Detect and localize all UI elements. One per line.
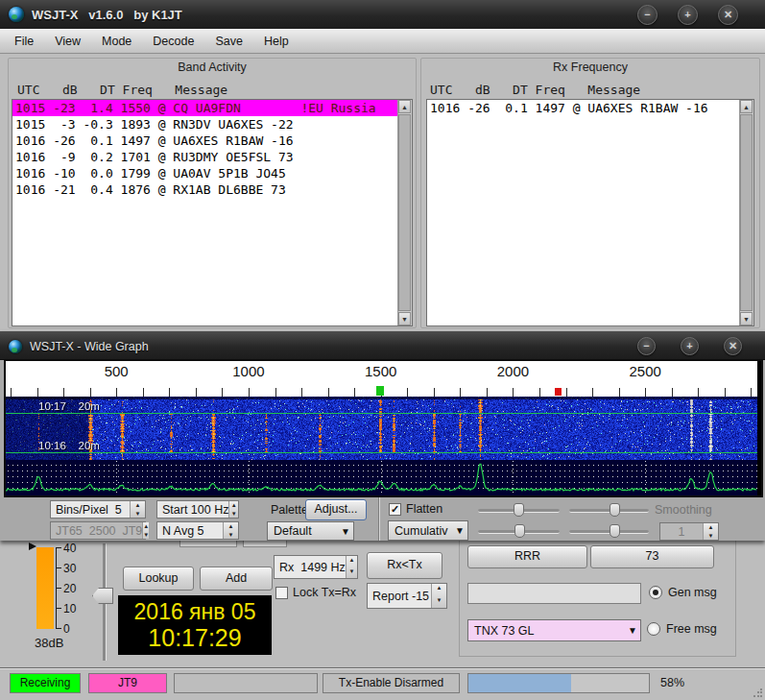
meter-value-label: 38dB [35,636,63,650]
scroll-down-icon[interactable]: ▼ [740,312,753,326]
radio-icon[interactable] [647,622,660,636]
spinner-arrows-icon[interactable]: ▲▼ [223,522,238,539]
brightness-slider[interactable] [478,503,560,517]
spinner-arrows-icon: ▲▼ [142,522,149,539]
band-activity-list: 1015 -23 1.4 1550 @ CQ UA9FDN !EU Russia… [12,99,413,326]
slider-handle[interactable] [514,524,525,538]
jt65-split-spinner: JT65 2500 JT9 ▲▼ [50,521,146,540]
meter-tick: 10 [63,602,76,616]
progress-percent-label: 58% [660,676,684,689]
spectrum-canvas[interactable] [6,460,757,495]
clipped-control [243,541,287,547]
signal-meter [36,547,54,629]
spec-mode-combo[interactable]: Cumulativ ▼ [388,520,468,541]
wide-graph-window: WSJT-X - Wide Graph − + ✕ 50010001500200… [0,331,765,541]
decode-row[interactable]: 1016 -9 0.2 1701 @ RU3DMY OE5FSL 73 [12,149,397,165]
slider-handle[interactable] [610,503,620,517]
decode-row[interactable]: 1016 -26 0.1 1497 @ UA6XES R1BAW -16 [12,133,397,149]
rx-lt-tx-button[interactable]: Rx<Tx [367,552,442,579]
start-hz-spinner[interactable]: Start 100 Hz ▲▼ [156,500,239,519]
contrast2-slider[interactable] [569,524,649,538]
scroll-up-icon[interactable]: ▲ [398,100,411,113]
contrast-slider[interactable] [569,503,649,517]
decode-row[interactable]: 1016 -26 0.1 1497 @ UA6XES R1BAW -16 [427,100,739,116]
menu-save[interactable]: Save [204,31,253,52]
rx-frequency-columns: UTC dB DT Freq Message [430,83,640,97]
scrollbar-thumb[interactable] [398,114,411,311]
menu-file[interactable]: File [4,31,44,52]
close-button[interactable]: ✕ [718,5,738,25]
checkbox-icon[interactable]: ✓ [389,503,401,516]
flatten-checkbox[interactable]: ✓ Flatten [389,502,442,516]
menu-view[interactable]: View [44,31,91,52]
slider-handle[interactable] [514,503,524,517]
progress-fill [468,674,571,692]
menu-decode[interactable]: Decode [142,31,204,52]
rx-frequency-scrollbar[interactable]: ▲ ▼ [739,100,753,326]
minimize-button[interactable]: − [637,5,657,25]
palette-combo[interactable]: Default ▼ [267,521,354,541]
minimize-button[interactable]: − [637,337,656,355]
bins-pixel-spinner[interactable]: Bins/Pixel 5 ▲▼ [50,500,146,519]
rx-frequency-spinner[interactable]: Rx 1499 Hz ▲▼ [274,555,358,579]
spinner-arrows-icon[interactable]: ▲▼ [346,556,357,578]
main-window-title: WSJT-X v1.6.0 by K1JT [32,8,182,22]
report-spinner[interactable]: Report -15 ▲▼ [367,583,447,609]
meter-tick: 40 [63,542,76,555]
decode-row[interactable]: 1015 -23 1.4 1550 @ CQ UA9FDN !EU Russia [12,100,397,116]
checkbox-icon[interactable] [275,587,288,599]
decode-row[interactable]: 1016 -21 0.4 1876 @ RX1AB DL6BBE 73 [12,181,397,198]
spinner-arrows-icon[interactable]: ▲▼ [130,501,145,518]
maximize-button[interactable]: + [681,337,699,355]
radio-icon[interactable] [649,586,662,599]
lock-tx-rx-checkbox[interactable]: Lock Tx=Rx [275,586,356,599]
menu-mode[interactable]: Mode [91,31,142,52]
band-activity-scrollbar[interactable]: ▲ ▼ [397,100,412,326]
lookup-button[interactable]: Lookup [123,567,194,591]
gain-slider-handle[interactable] [92,588,113,604]
status-empty-field [174,673,318,693]
app-icon [9,7,24,22]
meter-tick: 30 [63,562,76,575]
smoothing-spinner: 1 ▲▼ [659,522,719,541]
spinner-arrows-icon[interactable]: ▲▼ [228,501,238,518]
seventy-three-button[interactable]: 73 [590,545,714,568]
spectrogram-plot[interactable]: 50010001500200025003000 10:17 20m 10:16 … [4,359,763,497]
scroll-up-icon[interactable]: ▲ [740,100,753,113]
clipped-control [179,541,237,547]
free-msg-radio[interactable]: Free msg [647,622,717,636]
scrollbar-thumb[interactable] [740,114,753,311]
waterfall-canvas[interactable] [6,397,757,460]
waterfall-time-label: 10:16 20m [38,440,100,451]
tx-enable-status: Tx-Enable Disarmed [323,673,460,693]
decode-progress-bar [467,673,650,693]
clock-time: 10:17:29 [148,624,241,651]
brightness2-slider[interactable] [478,524,560,538]
spinner-arrows-icon[interactable]: ▲▼ [431,584,446,608]
slider-handle[interactable] [610,524,620,538]
chevron-down-icon[interactable]: ▼ [625,625,640,636]
adjust-button[interactable]: Adjust... [305,499,367,520]
decode-row[interactable]: 1016 -10 0.0 1799 @ UA0AV 5P1B JO45 [12,165,397,181]
chevron-down-icon[interactable]: ▼ [338,526,353,537]
wide-graph-title-bar: WSJT-X - Wide Graph − + ✕ [0,333,765,360]
gen-msg-field[interactable] [467,583,641,604]
resize-grip-icon[interactable] [753,688,762,698]
decode-row[interactable]: 1015 -3 -0.3 1893 @ RN3DV UA6XES -22 [12,116,397,133]
menu-help[interactable]: Help [253,31,299,52]
n-avg-spinner[interactable]: N Avg 5 ▲▼ [156,521,239,540]
rx-marker [376,386,384,396]
utc-clock: 2016 янв 05 10:17:29 [118,595,272,655]
wide-graph-controls: Bins/Pixel 5 ▲▼ JT65 2500 JT9 ▲▼ Start 1… [0,497,765,541]
app-icon [9,340,22,353]
frequency-scale[interactable]: 50010001500200025003000 [6,361,757,397]
clock-date: 2016 янв 05 [134,599,256,624]
gen-msg-radio[interactable]: Gen msg [649,586,717,599]
close-button[interactable]: ✕ [724,337,742,355]
scroll-down-icon[interactable]: ▼ [398,312,411,326]
free-msg-combo[interactable]: TNX 73 GL ▼ [467,619,641,641]
chevron-down-icon[interactable]: ▼ [452,525,467,536]
rrr-button[interactable]: RRR [467,545,587,568]
maximize-button[interactable]: + [678,5,698,25]
add-button[interactable]: Add [200,567,273,591]
